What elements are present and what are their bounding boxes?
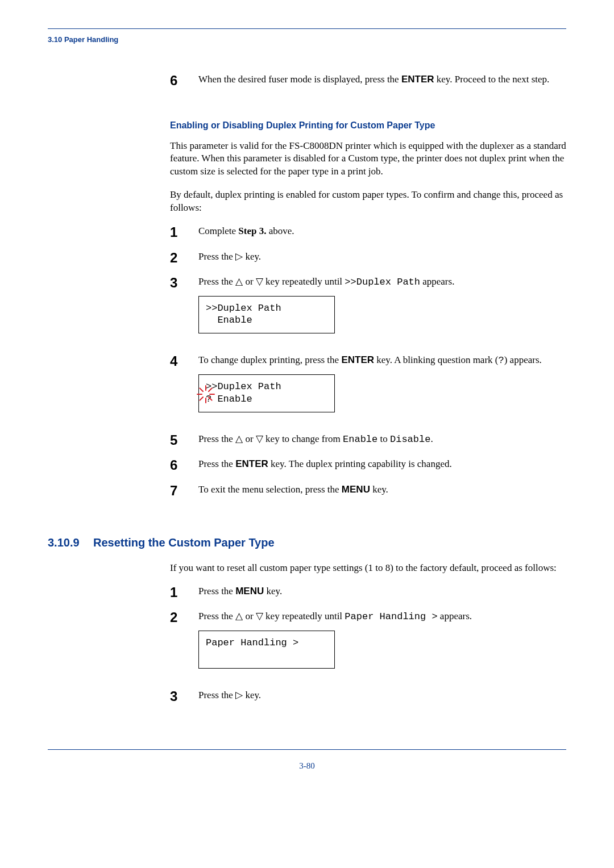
menu-text: Paper Handling >: [345, 611, 437, 622]
lcd-line-2: ? Enable: [206, 393, 327, 405]
step-number: 3: [170, 689, 198, 704]
triangle-right-icon: ▷: [235, 251, 243, 262]
menu-text: >>Duplex Path: [345, 277, 420, 287]
text: Press the: [198, 586, 235, 596]
step-row: 4 To change duplex printing, press the E…: [170, 354, 566, 412]
text: key. Proceed to the next step.: [434, 74, 550, 85]
triangle-up-icon: △: [235, 276, 243, 287]
step-row: 7 To exit the menu selection, press the …: [170, 483, 566, 498]
lcd-display: >>Duplex Path Enable: [198, 296, 335, 334]
step-body: Press the △ or ▽ key repeatedly until Pa…: [198, 610, 566, 668]
text: or: [243, 433, 256, 444]
triangle-down-icon: ▽: [256, 433, 263, 444]
paragraph: If you want to reset all custom paper ty…: [170, 562, 566, 575]
content-column: If you want to reset all custom paper ty…: [170, 562, 566, 704]
step-row: 6 When the desired fuser mode is display…: [170, 73, 566, 88]
triangle-right-icon: ▷: [235, 690, 243, 700]
content-column: 6 When the desired fuser mode is display…: [170, 73, 566, 499]
step-row: 3 Press the △ or ▽ key repeatedly until …: [170, 276, 566, 333]
text: Press the: [198, 251, 235, 262]
text: Press the: [198, 611, 235, 621]
text: key. A blinking question mark (: [374, 354, 498, 365]
triangle-down-icon: ▽: [256, 611, 263, 621]
top-rule: [48, 28, 566, 29]
step-number: 5: [170, 433, 198, 448]
step-number: 3: [170, 276, 198, 290]
text: Press the: [198, 433, 235, 444]
step-body: Press the ▷ key.: [198, 689, 566, 702]
text: or: [243, 276, 256, 287]
key-name: ENTER: [401, 74, 434, 85]
step-body: When the desired fuser mode is displayed…: [198, 73, 566, 86]
bold-text: Step 3.: [238, 226, 266, 236]
text: Complete: [198, 226, 238, 236]
key-name: ENTER: [341, 354, 374, 365]
step-row: 2 Press the ▷ key.: [170, 251, 566, 265]
mono-char: ?: [498, 355, 504, 366]
text: key repeatedly until: [263, 276, 345, 287]
step-number: 2: [170, 610, 198, 625]
text: or: [243, 611, 256, 621]
lcd-display: Paper Handling >: [198, 631, 335, 669]
step-number: 1: [170, 585, 198, 600]
text: Press the: [198, 458, 235, 469]
text: To exit the menu selection, press the: [198, 484, 342, 495]
step-row: 6 Press the ENTER key. The duplex printi…: [170, 458, 566, 473]
text: key to change from: [263, 433, 343, 444]
text: ) appears.: [504, 354, 542, 365]
step-number: 2: [170, 251, 198, 265]
step-body: Press the △ or ▽ key to change from Enab…: [198, 433, 566, 446]
step-row: 5 Press the △ or ▽ key to change from En…: [170, 433, 566, 448]
page-number: 3-80: [48, 760, 566, 771]
key-name: MENU: [342, 484, 370, 495]
text: key repeatedly until: [263, 611, 345, 621]
text: key.: [243, 251, 261, 262]
section-number: 3.10.9: [48, 535, 93, 550]
step-body: Press the ENTER key. The duplex printing…: [198, 458, 566, 471]
step-row: 1 Press the MENU key.: [170, 585, 566, 600]
text: When the desired fuser mode is displayed…: [198, 74, 401, 85]
step-body: Press the MENU key.: [198, 585, 566, 598]
running-head: 3.10 Paper Handling: [48, 35, 566, 45]
text: Press the: [198, 276, 235, 287]
text: To change duplex printing, press the: [198, 354, 341, 365]
step-row: 1 Complete Step 3. above.: [170, 225, 566, 240]
subheading: Enabling or Disabling Duplex Printing fo…: [170, 119, 566, 132]
step-number: 4: [170, 354, 198, 369]
lcd-line-2: Enable: [206, 314, 327, 326]
lcd-line-2: [206, 649, 327, 661]
triangle-up-icon: △: [235, 611, 243, 621]
text: key.: [370, 484, 388, 495]
menu-text: Disable: [390, 434, 430, 445]
key-name: MENU: [235, 586, 264, 596]
section-heading: 3.10.9 Resetting the Custom Paper Type: [48, 535, 566, 550]
step-body: Press the △ or ▽ key repeatedly until >>…: [198, 276, 566, 333]
lcd-line-1: Paper Handling >: [206, 637, 327, 649]
bottom-rule: [48, 749, 566, 750]
step-row: 2 Press the △ or ▽ key repeatedly until …: [170, 610, 566, 668]
text: appears.: [420, 276, 454, 287]
triangle-up-icon: △: [235, 433, 243, 444]
page: 3.10 Paper Handling 6 When the desired f…: [0, 0, 614, 794]
paragraph: By default, duplex printing is enabled f…: [170, 189, 566, 215]
text: key.: [264, 586, 282, 596]
step-number: 6: [170, 73, 198, 88]
text: to: [377, 433, 390, 444]
step-body: Complete Step 3. above.: [198, 225, 566, 238]
step-number: 6: [170, 458, 198, 473]
text: Press the: [198, 690, 235, 700]
text: key. The duplex printing capability is c…: [268, 458, 452, 469]
lcd-display: >>Duplex Path ? Enable: [198, 374, 335, 412]
key-name: ENTER: [235, 458, 268, 469]
text: key.: [243, 690, 261, 700]
step-row: 3 Press the ▷ key.: [170, 689, 566, 704]
step-body: Press the ▷ key.: [198, 251, 566, 264]
paragraph: This parameter is valid for the FS-C8008…: [170, 140, 566, 179]
step-number: 1: [170, 225, 198, 240]
text: .: [430, 433, 433, 444]
step-body: To change duplex printing, press the ENT…: [198, 354, 566, 412]
lcd-line-1: >>Duplex Path: [206, 381, 327, 393]
menu-text: Enable: [343, 434, 377, 445]
triangle-down-icon: ▽: [256, 276, 263, 287]
step-body: To exit the menu selection, press the ME…: [198, 483, 566, 496]
